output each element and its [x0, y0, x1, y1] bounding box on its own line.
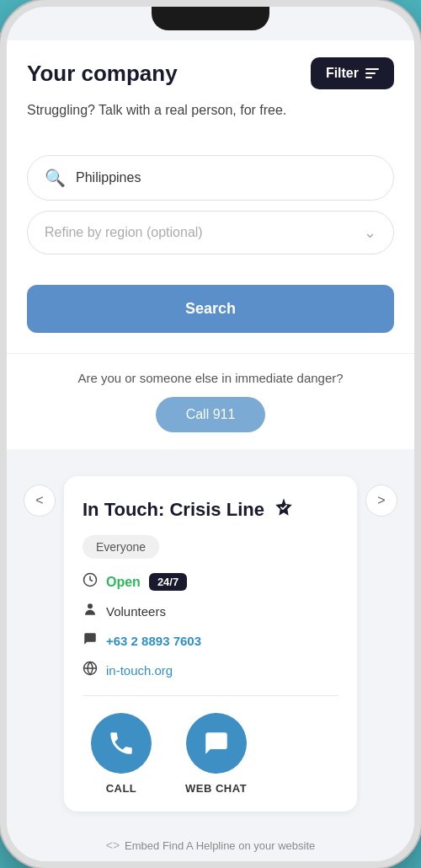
webchat-label: WEB CHAT	[185, 782, 247, 795]
action-buttons: CALL WEB CHAT	[83, 713, 338, 795]
card-title-row: In Touch: Crisis Line	[83, 496, 338, 523]
verified-badge-icon	[273, 496, 295, 523]
country-input[interactable]	[76, 170, 376, 185]
phone-number[interactable]: +63 2 8893 7603	[106, 634, 201, 648]
search-button[interactable]: Search	[27, 285, 394, 333]
prev-arrow-icon: <	[35, 493, 43, 508]
chevron-down-icon: ⌄	[364, 223, 376, 242]
filter-label: Filter	[326, 66, 359, 81]
webchat-button-wrap: WEB CHAT	[185, 713, 247, 795]
region-select-wrapper[interactable]: Refine by region (optional) ⌄	[27, 211, 394, 255]
phone-screen: Your company Filter Struggling? Talk wit…	[7, 7, 414, 861]
svg-point-1	[88, 603, 93, 608]
danger-section: Are you or someone else in immediate dan…	[7, 353, 414, 449]
next-arrow-icon: >	[377, 493, 385, 508]
webchat-button[interactable]	[186, 713, 247, 774]
clock-icon	[83, 572, 98, 592]
section-divider	[7, 449, 414, 463]
website-link[interactable]: in-touch.org	[106, 663, 173, 678]
footer-section: <> Embed Find A Helpline on your website	[7, 825, 414, 861]
status-row: Open 24/7	[83, 572, 338, 592]
search-button-wrapper: Search	[7, 285, 414, 353]
globe-icon	[83, 661, 98, 680]
call-label: CALL	[106, 782, 137, 795]
search-section: 🔍 Refine by region (optional) ⌄	[7, 155, 414, 285]
call-911-button[interactable]: Call 911	[156, 397, 266, 432]
country-input-wrapper[interactable]: 🔍	[27, 155, 394, 201]
card-divider	[83, 695, 338, 696]
search-icon: 🔍	[45, 168, 66, 188]
phone-frame: Your company Filter Struggling? Talk wit…	[0, 0, 421, 868]
call-button-wrap: CALL	[91, 713, 152, 795]
hours-badge: 24/7	[149, 573, 187, 591]
audience-tag: Everyone	[83, 535, 159, 559]
phone-row: +63 2 8893 7603	[83, 631, 338, 651]
staff-row: Volunteers	[83, 602, 338, 621]
region-placeholder: Refine by region (optional)	[45, 225, 203, 240]
filter-icon	[365, 68, 379, 78]
open-status: Open	[106, 575, 141, 590]
website-row: in-touch.org	[83, 661, 338, 680]
staff-text: Volunteers	[106, 604, 166, 619]
phone-notch	[152, 7, 269, 30]
chat-icon	[83, 631, 98, 651]
tagline: Struggling? Talk with a real person, for…	[27, 103, 394, 118]
person-icon	[83, 602, 98, 621]
code-icon: <>	[106, 839, 120, 852]
prev-arrow[interactable]: <	[24, 485, 56, 517]
next-arrow[interactable]: >	[365, 485, 397, 517]
screen-content: Your company Filter Struggling? Talk wit…	[7, 7, 414, 861]
company-name: Your company	[27, 61, 178, 87]
header-top: Your company Filter	[27, 57, 394, 89]
filter-button[interactable]: Filter	[311, 57, 394, 89]
card-nav: < In Touch: Crisis Line	[24, 476, 397, 812]
footer-text: Embed Find A Helpline on your website	[125, 839, 315, 852]
call-button[interactable]	[91, 713, 152, 774]
danger-text: Are you or someone else in immediate dan…	[27, 371, 394, 385]
footer-text-row: <> Embed Find A Helpline on your website	[27, 839, 394, 852]
header-section: Your company Filter Struggling? Talk wit…	[7, 40, 414, 155]
resource-card: In Touch: Crisis Line Everyone	[64, 476, 357, 812]
card-section: < In Touch: Crisis Line	[7, 463, 414, 825]
card-title: In Touch: Crisis Line	[83, 499, 264, 521]
